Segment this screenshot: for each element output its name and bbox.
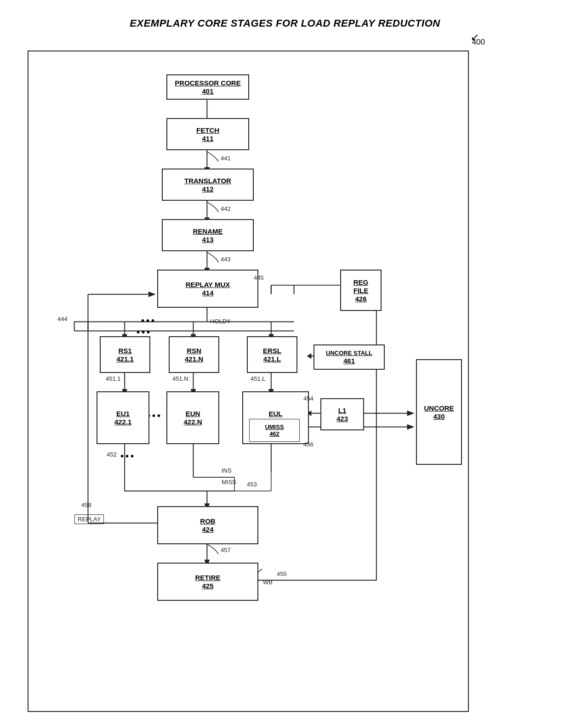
svg-marker-58	[407, 424, 415, 430]
label-458: 458	[81, 502, 91, 508]
rob-box: ROB 424	[157, 506, 258, 544]
umiss-box: UMISS 462	[249, 419, 300, 442]
label-wb: WB	[263, 579, 273, 586]
replay-mux-box: REPLAY MUX 414	[157, 270, 258, 308]
fetch-box: FETCH 411	[166, 118, 249, 150]
label-444: 444	[57, 316, 68, 322]
processor-core-box: PROCESSOR CORE 401	[166, 74, 249, 100]
label-455: 455	[277, 570, 287, 577]
l1-box: L1 423	[320, 398, 364, 430]
uncore-stall-box: UNCORE STALL 461	[314, 344, 385, 370]
rename-box: RENAME 413	[162, 219, 254, 251]
svg-marker-60	[407, 411, 415, 416]
label-451-l: 451.L	[251, 375, 266, 382]
label-454: 454	[303, 395, 314, 402]
diagram-svg	[28, 51, 468, 711]
reg-file-box: REG FILE 426	[340, 270, 382, 311]
eu1-box: EU1 422.1	[97, 391, 149, 444]
label-445: 445	[254, 274, 264, 281]
label-451-1: 451.1	[106, 375, 121, 382]
rs1-box: RS1 421.1	[100, 336, 150, 373]
label-441: 441	[221, 155, 231, 162]
translator-box: TRANSLATOR 412	[162, 169, 254, 201]
retire-box: RETIRE 425	[157, 563, 258, 601]
label-replay-box: REPLAY	[74, 514, 104, 524]
label-443: 443	[221, 256, 231, 263]
label-452: 452	[107, 451, 117, 458]
label-456: 456	[303, 441, 314, 448]
label-457: 457	[221, 547, 231, 553]
uncore-box: UNCORE 430	[416, 359, 462, 465]
dots-452: •••	[120, 451, 136, 462]
label-holdy: HOLDY	[210, 318, 231, 325]
diagram-outer-box: PROCESSOR CORE 401 FETCH 411 441 TRANSLA…	[28, 51, 469, 712]
dots-rs: •••	[141, 316, 156, 326]
ersl-box: ERSL 421.L	[247, 336, 297, 373]
rsn-box: RSN 421.N	[169, 336, 219, 373]
label-451-n: 451.N	[172, 375, 188, 382]
svg-marker-56	[148, 292, 156, 297]
diagram-title: EXEMPLARY CORE STAGES FOR LOAD REPLAY RE…	[0, 0, 570, 29]
label-ins: INS	[222, 467, 232, 474]
ref-arrow: ↙	[471, 31, 479, 43]
eun-box: EUN 422.N	[166, 391, 219, 444]
label-453: 453	[247, 481, 257, 488]
page: EXEMPLARY CORE STAGES FOR LOAD REPLAY RE…	[0, 0, 570, 728]
label-miss: MISS	[222, 479, 236, 485]
label-442: 442	[221, 205, 231, 212]
svg-marker-29	[307, 353, 311, 359]
